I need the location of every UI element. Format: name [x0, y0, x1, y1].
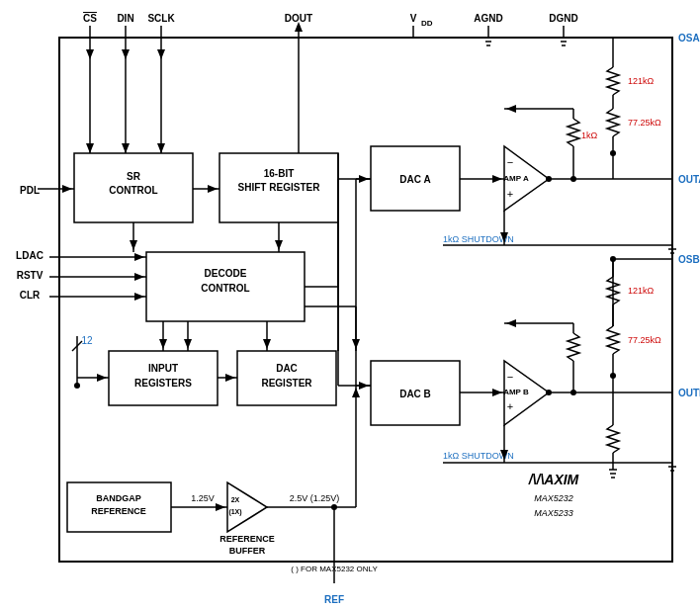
twelve-label: 12	[81, 335, 93, 346]
ref-buf-text1: 2X	[231, 496, 240, 503]
amp-b-minus: −	[507, 371, 513, 383]
sclk-label: SCLK	[147, 13, 175, 24]
shift-reg-text1: 16-BIT	[264, 168, 295, 179]
din-label: DIN	[117, 13, 133, 24]
ref-label: REF	[324, 594, 344, 605]
r-77k-b-label: 77.25kΩ	[628, 335, 661, 345]
r-1k-a-label: 1kΩ	[581, 131, 598, 140]
r-osa-121k-label: 121kΩ	[628, 76, 655, 86]
bandgap-text1: BANDGAP	[96, 493, 141, 503]
dac-a-text: DAC A	[399, 174, 430, 185]
amp-b-plus: +	[507, 400, 513, 412]
bandgap-text2: REFERENCE	[91, 506, 146, 516]
part-num1: MAX5232	[534, 493, 573, 503]
dac-reg-text2: REGISTER	[261, 378, 312, 389]
amp-a-minus: −	[507, 156, 513, 168]
amp-a-text: AMP A	[503, 174, 529, 183]
osb-label: OSB	[678, 254, 700, 265]
ldac-label: LDAC	[16, 250, 44, 261]
decode-text1: DECODE	[205, 268, 247, 279]
v25-label: 2.5V (1.25V)	[290, 493, 340, 503]
maxim-logo: /\/\AXIM	[528, 472, 579, 487]
vdd-label: V	[410, 13, 417, 24]
agnd-label: AGND	[474, 13, 502, 24]
sr-control-text1: SR	[127, 171, 141, 182]
amp-a-plus: +	[507, 188, 513, 200]
outb-label: OUTB	[678, 388, 700, 398]
svg-point-82	[610, 373, 616, 379]
input-reg-text1: INPUT	[148, 363, 178, 374]
osa-label: OSA	[678, 33, 700, 44]
clr-label: CLR	[20, 290, 41, 301]
outa-label: OUTA	[678, 174, 700, 185]
ref-buffer-label2: BUFFER	[229, 546, 266, 556]
r-77k-a-label: 77.25kΩ	[628, 118, 661, 128]
decode-text2: CONTROL	[201, 283, 249, 294]
note-label: ( ) FOR MAX5232 ONLY	[291, 565, 378, 573]
dgnd-label: DGND	[549, 13, 577, 24]
diagram-container: CS DIN SCLK DOUT V DD AGND DGND SR CONTR…	[0, 0, 700, 610]
input-reg-text2: REGISTERS	[134, 378, 192, 389]
dac-b-text: DAC B	[399, 389, 431, 399]
svg-point-59	[610, 150, 616, 156]
r-osb-121k-label: 121kΩ	[628, 286, 655, 296]
rstv-label: RSTV	[17, 270, 44, 281]
v125-label: 1.25V	[191, 493, 215, 503]
dac-reg-text1: DAC	[276, 363, 298, 374]
amp-b-text: AMP B	[503, 388, 529, 396]
sr-control-text2: CONTROL	[109, 185, 157, 196]
cs-label: CS	[83, 13, 97, 24]
svg-point-89	[570, 390, 576, 395]
vdd-sub: DD	[421, 19, 433, 28]
shift-reg-text2: SHIFT REGISTER	[238, 182, 321, 193]
pdl-label: PDL	[20, 185, 40, 196]
part-num2: MAX5233	[534, 508, 573, 518]
ref-buffer-label1: REFERENCE	[219, 534, 275, 544]
svg-point-33	[74, 383, 80, 389]
svg-point-65	[570, 176, 576, 182]
ref-buf-text2: (1X)	[228, 508, 241, 516]
